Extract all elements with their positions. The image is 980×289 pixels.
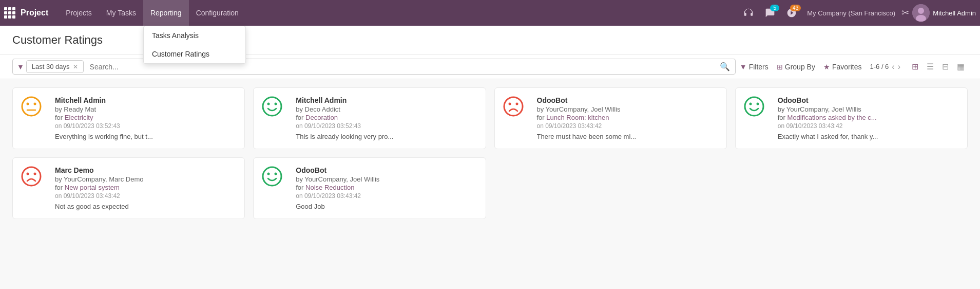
star-icon: ★ bbox=[823, 63, 830, 71]
card-for-link[interactable]: Electricity bbox=[65, 114, 93, 121]
card-body: OdooBot by YourCompany, Joel Willis for … bbox=[537, 96, 718, 140]
card-for: for Lunch Room: kitchen bbox=[537, 114, 718, 121]
brand-name[interactable]: Project bbox=[21, 8, 48, 17]
svg-point-10 bbox=[504, 97, 523, 116]
messages-badge: 5 bbox=[770, 5, 779, 11]
pagination-prev[interactable]: ‹ bbox=[892, 62, 894, 71]
svg-point-12 bbox=[515, 103, 518, 105]
card-user-name: OdooBot bbox=[537, 96, 718, 104]
card-for-link[interactable]: Noise Reduction bbox=[305, 184, 354, 191]
rating-card[interactable]: Mitchell Admin by Ready Mat for Electric… bbox=[12, 87, 245, 149]
card-comment: Everything is working fine, but t... bbox=[55, 133, 236, 140]
filter-tag-last30days[interactable]: Last 30 days ✕ bbox=[26, 60, 84, 73]
card-user-name: Mitchell Admin bbox=[296, 96, 477, 104]
svg-point-18 bbox=[34, 173, 36, 175]
activities-button[interactable]: 43 bbox=[782, 6, 801, 20]
rating-face-icon bbox=[744, 96, 771, 123]
rating-card[interactable]: Marc Demo by YourCompany, Marc Demo for … bbox=[12, 157, 245, 219]
filter-tag-close[interactable]: ✕ bbox=[73, 63, 78, 70]
page-title: Customer Ratings bbox=[12, 33, 103, 47]
card-by: by YourCompany, Joel Willis bbox=[296, 175, 477, 183]
messages-button[interactable]: 5 bbox=[761, 6, 779, 20]
svg-point-9 bbox=[275, 103, 277, 105]
svg-point-16 bbox=[22, 167, 41, 186]
card-date: on 09/10/2023 03:43:42 bbox=[296, 192, 477, 200]
pagination-next[interactable]: › bbox=[898, 62, 900, 71]
svg-point-15 bbox=[756, 103, 759, 105]
cards-grid: Mitchell Admin by Ready Mat for Electric… bbox=[12, 87, 968, 219]
rating-face-icon bbox=[21, 96, 48, 123]
filter-funnel-icon: ▼ bbox=[17, 63, 24, 71]
card-comment: There must have been some mi... bbox=[537, 133, 718, 140]
group-by-label: Group By bbox=[785, 63, 815, 71]
card-for-link[interactable]: Decoration bbox=[305, 114, 338, 121]
card-body: Marc Demo by YourCompany, Marc Demo for … bbox=[55, 166, 236, 210]
card-comment: Exactly what I asked for, thank y... bbox=[778, 133, 959, 140]
dropdown-item-customer-ratings[interactable]: Customer Ratings bbox=[144, 45, 245, 63]
search-button[interactable]: 🔍 bbox=[719, 61, 731, 73]
list-view-icon[interactable]: ☰ bbox=[924, 60, 937, 74]
card-user-name: OdooBot bbox=[296, 166, 477, 174]
svg-point-20 bbox=[267, 173, 270, 175]
rating-face-icon bbox=[262, 166, 289, 193]
kanban-view-icon[interactable]: ⊞ bbox=[909, 60, 921, 74]
toolbar-right: ▼ Filters ⊞ Group By ★ Favorites 1-6 / 6… bbox=[740, 60, 968, 74]
dropdown-item-tasks-analysis[interactable]: Tasks Analysis bbox=[144, 26, 245, 45]
reporting-menu-container: Reporting Tasks Analysis Customer Rating… bbox=[143, 0, 189, 26]
menu-item-configuration[interactable]: Configuration bbox=[189, 0, 246, 26]
settings-icon[interactable]: ✂ bbox=[901, 7, 909, 19]
pagination-text: 1-6 / 6 bbox=[870, 63, 889, 70]
card-for-link[interactable]: New portal system bbox=[65, 184, 120, 191]
rating-card[interactable]: OdooBot by YourCompany, Joel Willis for … bbox=[735, 87, 968, 149]
menu-item-reporting[interactable]: Reporting bbox=[143, 0, 189, 26]
avatar[interactable] bbox=[912, 4, 930, 22]
card-comment: Good Job bbox=[296, 203, 477, 210]
card-for: for Electricity bbox=[55, 114, 236, 121]
svg-point-21 bbox=[275, 173, 277, 175]
filters-label: Filters bbox=[749, 63, 768, 71]
card-for: for New portal system bbox=[55, 184, 236, 191]
card-for: for Decoration bbox=[296, 114, 477, 121]
group-by-icon: ⊞ bbox=[777, 63, 783, 71]
card-for-link[interactable]: Lunch Room: kitchen bbox=[546, 114, 609, 121]
card-date: on 09/10/2023 03:52:43 bbox=[296, 122, 477, 130]
chart-view-icon[interactable]: ▦ bbox=[954, 60, 968, 74]
svg-point-5 bbox=[34, 103, 36, 105]
filters-button[interactable]: ▼ Filters bbox=[740, 63, 768, 71]
card-by: by Ready Mat bbox=[55, 105, 236, 113]
card-user-name: Mitchell Admin bbox=[55, 96, 236, 104]
card-date: on 09/10/2023 03:52:43 bbox=[55, 122, 236, 130]
top-navigation: Project Projects My Tasks Reporting Task… bbox=[0, 0, 980, 26]
rating-card[interactable]: Mitchell Admin by Deco Addict for Decora… bbox=[253, 87, 486, 149]
card-body: OdooBot by YourCompany, Joel Willis for … bbox=[296, 166, 477, 210]
favorites-button[interactable]: ★ Favorites bbox=[823, 63, 862, 71]
nav-left: Project Projects My Tasks Reporting Task… bbox=[4, 0, 246, 26]
table-view-icon[interactable]: ⊟ bbox=[939, 60, 952, 74]
menu-item-projects[interactable]: Projects bbox=[59, 0, 99, 26]
filter-icon: ▼ bbox=[740, 63, 747, 71]
app-switcher-icon[interactable] bbox=[4, 7, 15, 19]
svg-point-4 bbox=[27, 103, 29, 105]
card-by: by YourCompany, Marc Demo bbox=[55, 175, 236, 183]
activities-badge: 43 bbox=[790, 5, 801, 11]
svg-point-13 bbox=[745, 97, 763, 116]
company-name: My Company (San Francisco) bbox=[807, 9, 895, 17]
card-comment: This is already looking very pro... bbox=[296, 133, 477, 140]
rating-card[interactable]: OdooBot by YourCompany, Joel Willis for … bbox=[253, 157, 486, 219]
view-switcher: ⊞ ☰ ⊟ ▦ bbox=[909, 60, 968, 74]
card-body: OdooBot by YourCompany, Joel Willis for … bbox=[778, 96, 959, 140]
pagination: 1-6 / 6 ‹ › bbox=[870, 62, 900, 71]
card-date: on 09/10/2023 03:43:42 bbox=[537, 122, 718, 130]
headset-button[interactable] bbox=[739, 6, 758, 20]
card-user-name: Marc Demo bbox=[55, 166, 236, 174]
reporting-dropdown: Tasks Analysis Customer Ratings bbox=[143, 26, 246, 64]
card-comment: Not as good as expected bbox=[55, 203, 236, 210]
menu-item-my-tasks[interactable]: My Tasks bbox=[99, 0, 143, 26]
rating-face-icon bbox=[262, 96, 289, 123]
group-by-button[interactable]: ⊞ Group By bbox=[777, 63, 815, 71]
card-for-link[interactable]: Modifications asked by the c... bbox=[787, 114, 877, 121]
rating-card[interactable]: OdooBot by YourCompany, Joel Willis for … bbox=[494, 87, 727, 149]
search-area[interactable]: ▼ Last 30 days ✕ 🔍 bbox=[12, 59, 736, 75]
svg-point-8 bbox=[267, 103, 270, 105]
svg-point-11 bbox=[508, 103, 511, 105]
